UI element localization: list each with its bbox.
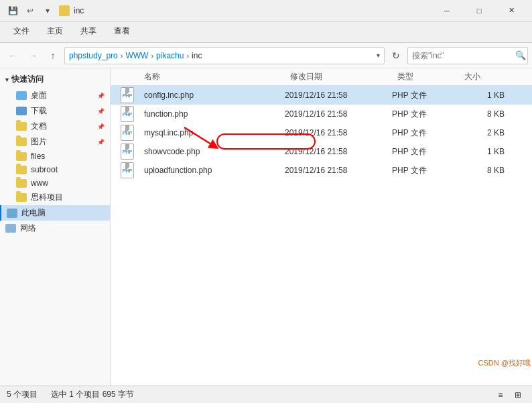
breadcrumb-sep-3: › xyxy=(186,52,189,60)
sidebar-group-quick-access[interactable]: ▾ 快速访问 xyxy=(0,71,110,88)
quick-access-label: 快速访问 xyxy=(11,74,44,85)
file-type: PHP 文件 xyxy=(392,165,459,176)
sidebar-item-label: files xyxy=(31,152,45,161)
view-controls: ≡ ⊞ xyxy=(493,388,525,402)
tab-file[interactable]: 文件 xyxy=(5,21,38,42)
search-bar[interactable]: 🔍 xyxy=(407,47,528,64)
close-button[interactable]: ✕ xyxy=(496,0,527,21)
file-date: 2019/12/16 21:58 xyxy=(285,91,392,100)
sidebar-item-downloads[interactable]: 下载 📌 xyxy=(0,103,110,119)
sidebar-item-sikejixiang[interactable]: 思科项目 xyxy=(0,190,110,205)
sidebar-item-desktop[interactable]: 桌面 📌 xyxy=(0,88,110,103)
file-date: 2019/12/16 21:58 xyxy=(285,109,392,119)
undo-icon[interactable]: ↩ xyxy=(23,3,38,18)
documents-folder-icon xyxy=(16,122,27,131)
sidebar-item-label: subroot xyxy=(31,165,58,174)
sidebar: ▾ 快速访问 桌面 📌 下载 📌 文档 📌 图片 📌 files xyxy=(0,68,111,386)
breadcrumb-sep-1: › xyxy=(121,52,123,60)
qat-dropdown-icon[interactable]: ▾ xyxy=(40,3,55,18)
sidebar-item-files[interactable]: files xyxy=(0,150,110,163)
breadcrumb-sep-2: › xyxy=(151,52,153,60)
col-header-type[interactable]: 类型 xyxy=(392,71,459,82)
tab-share[interactable]: 共享 xyxy=(72,21,105,42)
www-folder-icon xyxy=(16,179,27,188)
window-folder-icon xyxy=(59,5,70,16)
pin-icon-2: 📌 xyxy=(97,108,105,115)
ribbon: 文件 主页 共享 查看 xyxy=(0,21,532,43)
file-size: 1 KB xyxy=(459,91,513,100)
network-icon xyxy=(5,224,16,233)
sidebar-item-www[interactable]: www xyxy=(0,176,110,190)
nav-bar: ← → ↑ phpstudy_pro › WWW › pikachu › inc… xyxy=(0,43,532,68)
refresh-button[interactable]: ↻ xyxy=(387,47,405,64)
php-file-icon: PHP xyxy=(121,87,134,103)
file-list-container: 名称 修改日期 类型 大小 PHP config.inc.php 2019/12… xyxy=(111,68,532,180)
forward-button[interactable]: → xyxy=(24,47,42,64)
file-icon-area: PHP xyxy=(111,87,144,103)
status-selected: 选中 1 个项目 695 字节 xyxy=(51,389,134,400)
file-size: 1 KB xyxy=(459,147,513,156)
minimize-button[interactable]: ─ xyxy=(431,0,462,21)
sidebar-item-label: 文档 xyxy=(31,121,47,132)
file-date: 2019/12/16 21:58 xyxy=(285,128,392,137)
address-bar[interactable]: phpstudy_pro › WWW › pikachu › inc ▾ xyxy=(64,47,385,64)
maximize-button[interactable]: □ xyxy=(464,0,494,21)
sidebar-item-documents[interactable]: 文档 📌 xyxy=(0,119,110,134)
sikejixiang-folder-icon xyxy=(16,193,27,202)
sidebar-item-label: www xyxy=(31,178,48,188)
breadcrumb-inc: inc xyxy=(192,51,202,60)
php-file-icon: PHP xyxy=(121,125,134,141)
file-icon-area: PHP xyxy=(111,143,144,160)
title-bar: 💾 ↩ ▾ inc ─ □ ✕ xyxy=(0,0,532,21)
sidebar-item-label: 网络 xyxy=(20,223,36,234)
search-icon[interactable]: 🔍 xyxy=(515,50,526,60)
sidebar-item-pictures[interactable]: 图片 📌 xyxy=(0,134,110,150)
window-title: inc xyxy=(74,6,84,15)
file-type: PHP 文件 xyxy=(392,127,459,139)
save-icon[interactable]: 💾 xyxy=(5,3,20,18)
search-input[interactable] xyxy=(412,51,513,60)
file-type: PHP 文件 xyxy=(392,109,459,120)
breadcrumb-pikachu[interactable]: pikachu xyxy=(156,51,184,60)
sidebar-item-network[interactable]: 网络 xyxy=(0,221,110,236)
window-controls: ─ □ ✕ xyxy=(431,0,527,21)
file-date: 2019/12/16 21:58 xyxy=(285,166,392,175)
file-date: 2019/12/16 21:58 xyxy=(285,147,392,156)
file-name: config.inc.php xyxy=(144,91,285,100)
breadcrumb-www[interactable]: WWW xyxy=(125,51,148,60)
table-row[interactable]: PHP config.inc.php 2019/12/16 21:58 PHP … xyxy=(111,86,532,105)
php-file-icon: PHP xyxy=(121,143,134,160)
col-header-date[interactable]: 修改日期 xyxy=(285,71,392,82)
details-view-button[interactable]: ≡ xyxy=(493,388,508,402)
sidebar-item-this-pc[interactable]: 此电脑 xyxy=(0,205,110,221)
table-row[interactable]: PHP function.php 2019/12/16 21:58 PHP 文件… xyxy=(111,105,532,123)
file-name: function.php xyxy=(144,109,285,119)
table-row[interactable]: PHP mysql.inc.php 2019/12/16 21:58 PHP 文… xyxy=(111,123,532,142)
table-row[interactable]: PHP uploadfunction.php 2019/12/16 21:58 … xyxy=(111,161,532,180)
subroot-folder-icon xyxy=(16,166,27,174)
up-button[interactable]: ↑ xyxy=(44,47,62,64)
file-size: 8 KB xyxy=(459,109,513,119)
watermark: CSDN @找好哦 xyxy=(478,358,531,368)
address-dropdown-icon[interactable]: ▾ xyxy=(377,52,380,59)
tab-view[interactable]: 查看 xyxy=(106,21,138,42)
back-button[interactable]: ← xyxy=(4,47,21,64)
main-area: ▾ 快速访问 桌面 📌 下载 📌 文档 📌 图片 📌 files xyxy=(0,68,532,386)
col-header-size[interactable]: 大小 xyxy=(459,71,513,82)
col-header-name[interactable]: 名称 xyxy=(111,71,285,82)
sidebar-item-label: 图片 xyxy=(31,136,47,148)
tab-home[interactable]: 主页 xyxy=(39,21,71,42)
status-bar: 5 个项目 选中 1 个项目 695 字节 ≡ ⊞ xyxy=(0,386,532,403)
sidebar-item-label: 思科项目 xyxy=(31,192,63,203)
large-icons-view-button[interactable]: ⊞ xyxy=(511,388,525,402)
file-list-header: 名称 修改日期 类型 大小 xyxy=(111,68,532,86)
pictures-folder-icon xyxy=(16,137,27,146)
breadcrumb-phpstudy[interactable]: phpstudy_pro xyxy=(69,51,118,60)
sidebar-item-label: 桌面 xyxy=(31,90,47,101)
sidebar-item-subroot[interactable]: subroot xyxy=(0,163,110,176)
pin-icon-3: 📌 xyxy=(97,123,105,130)
file-name: uploadfunction.php xyxy=(144,166,285,175)
sidebar-item-label: 下载 xyxy=(31,105,47,117)
quick-access-toolbar: 💾 ↩ ▾ xyxy=(5,3,55,18)
table-row[interactable]: PHP showvcode.php 2019/12/16 21:58 PHP 文… xyxy=(111,142,532,161)
